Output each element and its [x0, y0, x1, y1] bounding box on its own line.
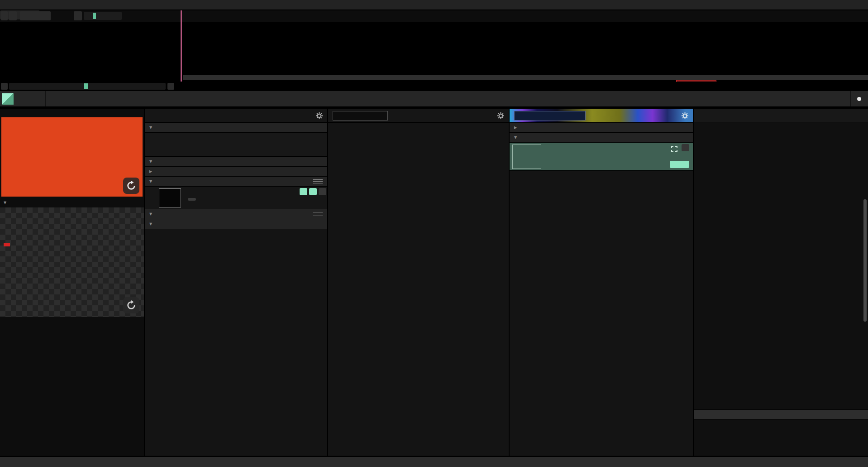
preview-monitor-header[interactable]: ▼: [0, 198, 144, 207]
output-monitor-title: [0, 109, 144, 117]
output-monitor-view: [1, 117, 143, 197]
composition-x-button[interactable]: [1, 11, 8, 20]
composition-master-handle[interactable]: [93, 13, 96, 19]
status-bar: [0, 457, 868, 467]
record-icon: [857, 97, 861, 101]
clip-panel: ▶ ▼: [510, 109, 693, 456]
composition-button[interactable]: [20, 11, 51, 20]
layer-panel: [328, 109, 509, 456]
gear-icon[interactable]: [316, 112, 323, 119]
rgba-channel-buttons[interactable]: [670, 161, 689, 168]
gear-icon[interactable]: [682, 112, 688, 119]
composition-b-button[interactable]: [9, 11, 17, 20]
composition-m-button[interactable]: [74, 11, 82, 20]
gear-icon[interactable]: [497, 112, 504, 119]
drop-hint: [328, 123, 509, 186]
mask-i-button[interactable]: [300, 188, 307, 195]
fullscreen-icon[interactable]: [671, 146, 677, 152]
crossfader-b-button[interactable]: [167, 83, 174, 90]
monitor-panel: ▼: [0, 109, 144, 456]
composition-panel: ▼ ▼ ▶ ▼ ▼ ▼: [145, 109, 327, 456]
browser-scrollbar[interactable]: [863, 199, 867, 322]
tempo-indicator[interactable]: [2, 93, 14, 105]
section-video[interactable]: ▼: [510, 133, 693, 143]
section-transform[interactable]: ▼: [145, 219, 327, 229]
mask-b-button[interactable]: [309, 188, 317, 195]
clip-video-x-button[interactable]: [682, 144, 689, 151]
section-video-effects[interactable]: ▼: [145, 209, 327, 219]
section-audio[interactable]: ▶: [145, 167, 327, 177]
bpm-bar: [0, 91, 868, 107]
deck-a-separator: [181, 10, 182, 82]
section-mask[interactable]: ▼: [145, 177, 327, 187]
composition-master-slider[interactable]: [84, 12, 122, 20]
section-dashboard[interactable]: ▼: [145, 123, 327, 133]
drag-handle-icon[interactable]: [313, 179, 323, 184]
deck-scrollbar[interactable]: [183, 75, 868, 80]
dashboard-knobs: [145, 133, 327, 157]
crossfader-a-button[interactable]: [1, 83, 8, 90]
clip-cell-partial: [676, 80, 716, 82]
record-button[interactable]: [850, 91, 863, 106]
layer-name-input[interactable]: [333, 111, 388, 120]
output-loop-icon[interactable]: [123, 178, 139, 194]
browser-panel: [694, 109, 868, 456]
mask-thumbnail: [159, 188, 181, 207]
top-control-row: [0, 10, 868, 22]
clip-video-block: [510, 143, 693, 171]
preview-monitor-view: [0, 207, 144, 317]
column-trigger-header: [694, 409, 868, 419]
mask-x-button[interactable]: [319, 188, 326, 195]
crossfader-slider[interactable]: [9, 83, 166, 90]
layer-row-partial: [0, 63, 180, 75]
menu-bar: [0, 0, 868, 10]
bpm-value[interactable]: [32, 91, 72, 106]
drag-handle-icon[interactable]: [313, 212, 323, 217]
crossfader-handle[interactable]: [84, 83, 88, 89]
clip-name-input[interactable]: [514, 111, 586, 120]
section-dashboard[interactable]: ▶: [510, 123, 693, 133]
relocate-file-button[interactable]: [188, 198, 196, 201]
drop-hint: [145, 229, 327, 241]
preview-red-marker: [4, 243, 10, 246]
clip-file-thumbnail: [512, 144, 541, 169]
collapse-arrow-icon: ▼: [4, 201, 6, 205]
preview-loop-icon[interactable]: [123, 297, 139, 313]
mask-block: [145, 187, 327, 209]
section-audio-effects[interactable]: ▼: [145, 157, 327, 167]
